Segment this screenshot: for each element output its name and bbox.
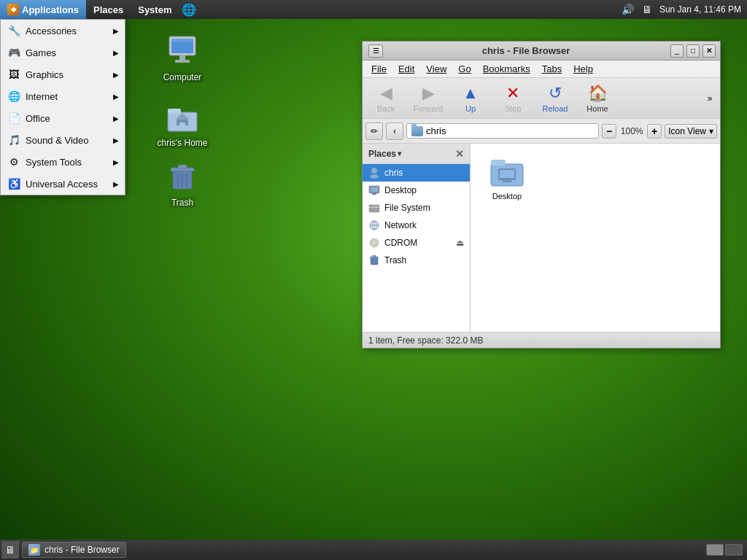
window-close-button[interactable]: ✕ <box>703 44 716 58</box>
desktop-icon-home[interactable]: chris's Home <box>153 99 212 149</box>
sidebar-item-trash[interactable]: Trash <box>363 252 470 269</box>
menu-edit[interactable]: Edit <box>392 62 420 76</box>
menu-item-games[interactable]: 🎮 Games ▶ <box>1 42 125 63</box>
places-arrow-icon: ▾ <box>398 149 401 158</box>
view-mode-label: Icon View <box>668 126 706 136</box>
file-browser-window: ☰ chris - File Browser _ □ ✕ File Edit V… <box>362 41 721 349</box>
window-toolbar: ◀ Back ▶ Forward ▲ Up ✕ Stop ↺ Reload 🏠 … <box>363 78 720 119</box>
chris-icon <box>368 167 380 179</box>
sidebar-item-desktop[interactable]: Desktop <box>363 182 470 199</box>
system-label: System <box>138 4 171 15</box>
forward-button[interactable]: ▶ Forward <box>408 80 449 117</box>
window-menu-button[interactable]: ☰ <box>368 44 383 58</box>
menu-bookmarks[interactable]: Bookmarks <box>477 62 536 76</box>
zoom-percent: 100% <box>619 126 645 136</box>
office-label: Office <box>26 113 50 124</box>
window-minimize-button[interactable]: _ <box>670 44 684 58</box>
office-arrow: ▶ <box>113 114 119 122</box>
places-menu-button[interactable]: Places <box>86 0 131 19</box>
filesystem-icon <box>368 202 380 214</box>
menu-item-graphics[interactable]: 🖼 Graphics ▶ <box>1 63 125 85</box>
view-mode-select[interactable]: Icon View ▾ <box>665 124 717 139</box>
zoom-in-button[interactable]: + <box>647 124 662 139</box>
reload-button[interactable]: ↺ Reload <box>535 80 576 117</box>
menu-item-sound-video[interactable]: 🎵 Sound & Video ▶ <box>1 129 125 151</box>
menu-item-system-tools[interactable]: ⚙ System Tools ▶ <box>1 151 125 173</box>
svg-rect-37 <box>500 170 514 178</box>
svg-point-23 <box>372 205 374 206</box>
applications-label: Applications <box>22 4 79 15</box>
menu-go[interactable]: Go <box>452 62 476 76</box>
taskbar: 🖥 📁 chris - File Browser <box>0 540 747 560</box>
desktop-sidebar-label: Desktop <box>384 185 417 195</box>
edit-path-button[interactable]: ✏ <box>365 122 383 140</box>
globe-button[interactable]: 🌐 <box>179 0 198 19</box>
workspace-1[interactable] <box>706 544 724 556</box>
sidebar-item-chris[interactable]: chris <box>363 164 470 182</box>
internet-label: Internet <box>26 91 58 102</box>
back-label: Back <box>377 104 395 113</box>
places-label: Places <box>93 4 123 15</box>
sidebar-item-cdrom[interactable]: CDROM ⏏ <box>363 234 470 252</box>
workspace-2[interactable] <box>725 544 743 556</box>
universal-access-label: Universal Access <box>26 179 98 190</box>
cdrom-eject-button[interactable]: ⏏ <box>456 238 464 248</box>
trash-svg <box>165 159 200 194</box>
top-panel: ❖ Applications Places System 🌐 🔊 🖥 Sun J… <box>0 0 747 19</box>
menu-view[interactable]: View <box>420 62 452 76</box>
system-menu-button[interactable]: System <box>131 0 179 19</box>
menu-file[interactable]: File <box>365 62 392 76</box>
panel-right: 🔊 🖥 Sun Jan 4, 11:46 PM <box>622 3 747 16</box>
svg-point-30 <box>374 242 375 244</box>
menu-item-accessories[interactable]: 🔧 Accessories ▶ <box>1 20 125 42</box>
sound-video-arrow: ▶ <box>113 136 119 144</box>
reload-icon: ↺ <box>549 84 562 103</box>
accessories-icon: 🔧 <box>7 23 21 38</box>
sidebar-item-network[interactable]: Network <box>363 217 470 234</box>
menu-item-internet[interactable]: 🌐 Internet ▶ <box>1 85 125 107</box>
menu-item-office[interactable]: 📄 Office ▶ <box>1 107 125 129</box>
menu-tabs[interactable]: Tabs <box>536 62 568 76</box>
prev-path-button[interactable]: ‹ <box>386 122 403 140</box>
home-button[interactable]: 🏠 Home <box>577 80 618 117</box>
up-label: Up <box>465 104 476 113</box>
window-title: chris - File Browser <box>384 45 667 56</box>
graphics-arrow: ▶ <box>113 71 119 79</box>
file-area: Desktop <box>471 144 720 332</box>
window-menubar: File Edit View Go Bookmarks Tabs Help <box>363 61 720 78</box>
file-item-desktop[interactable]: Desktop <box>478 151 536 203</box>
taskbar-item-icon: 📁 <box>28 544 40 556</box>
window-maximize-button[interactable]: □ <box>686 44 700 58</box>
network-icon <box>368 219 380 231</box>
office-icon: 📄 <box>7 111 21 125</box>
menu-help[interactable]: Help <box>568 62 599 76</box>
sidebar-item-filesystem[interactable]: File System <box>363 199 470 217</box>
system-tools-label: System Tools <box>26 157 82 168</box>
desktop-icon-computer[interactable]: Computer <box>153 34 212 83</box>
sidebar-close-button[interactable]: ✕ <box>455 148 464 160</box>
home-label: Home <box>587 104 608 113</box>
menu-item-universal-access[interactable]: ♿ Universal Access ▶ <box>1 173 125 195</box>
svg-rect-3 <box>179 55 185 60</box>
back-icon: ◀ <box>380 84 392 103</box>
system-tools-icon: ⚙ <box>7 155 21 169</box>
home-svg <box>165 99 200 134</box>
volume-icon[interactable]: 🔊 <box>622 3 635 16</box>
network-icon[interactable]: 🖥 <box>640 3 654 16</box>
desktop-icon-trash[interactable]: Trash <box>153 159 212 209</box>
stop-button[interactable]: ✕ Stop <box>492 80 533 117</box>
games-arrow: ▶ <box>113 49 119 57</box>
computer-svg <box>165 34 200 69</box>
up-button[interactable]: ▲ Up <box>450 80 491 117</box>
applications-menu-button[interactable]: ❖ Applications <box>0 0 86 19</box>
svg-rect-6 <box>168 109 181 114</box>
desktop-folder-icon <box>489 154 525 189</box>
taskbar-item-file-browser[interactable]: 📁 chris - File Browser <box>22 542 126 558</box>
back-button[interactable]: ◀ Back <box>365 80 406 117</box>
toolbar-more-button[interactable]: » <box>703 85 717 112</box>
taskbar-show-desktop-button[interactable]: 🖥 <box>1 541 19 559</box>
stop-icon: ✕ <box>506 84 519 103</box>
svg-rect-4 <box>175 60 190 63</box>
view-mode-arrow: ▾ <box>709 126 713 136</box>
zoom-out-button[interactable]: − <box>602 124 616 139</box>
